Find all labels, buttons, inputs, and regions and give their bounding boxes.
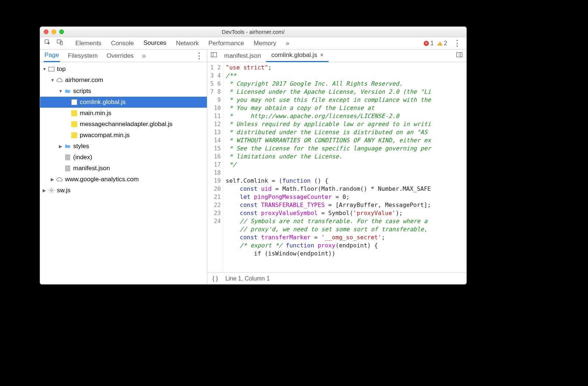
editor-tabs: manifest.json comlink.global.js × xyxy=(207,50,466,62)
tree-label: (index) xyxy=(73,154,92,161)
toggle-debugger-sidebar-icon[interactable] xyxy=(452,51,466,60)
caret-right-icon: ▶ xyxy=(50,177,54,182)
tree-label: messagechanneladapter.global.js xyxy=(80,121,172,128)
js-file-icon xyxy=(71,121,78,128)
close-tab-icon[interactable]: × xyxy=(320,52,323,58)
editor-tab-manifest[interactable]: manifest.json xyxy=(219,50,266,62)
navigator-more[interactable]: » xyxy=(142,51,146,60)
tree-origin-ga[interactable]: ▶ www.google-analytics.com xyxy=(40,174,207,185)
js-file-icon xyxy=(71,132,78,139)
tree-label: pwacompat.min.js xyxy=(80,132,130,139)
code-viewport[interactable]: 1 2 3 4 5 6 7 8 9 10 11 12 13 14 15 16 1… xyxy=(207,62,466,272)
navigator-tab-filesystem[interactable]: Filesystem xyxy=(67,50,98,62)
tab-console[interactable]: Console xyxy=(111,38,134,49)
code-content: "use strict"; /** * Copyright 2017 Googl… xyxy=(223,62,466,272)
error-icon: ✕ xyxy=(424,41,429,46)
cursor-position: Line 1, Column 1 xyxy=(225,275,270,282)
editor-statusbar: { } Line 1, Column 1 xyxy=(207,272,466,284)
tree-label: sw.js xyxy=(57,187,71,194)
warning-icon xyxy=(437,41,442,46)
warning-indicator[interactable]: 2 xyxy=(437,40,447,47)
tree-file-msgchan[interactable]: messagechanneladapter.global.js xyxy=(40,119,207,130)
svg-rect-1 xyxy=(57,40,61,43)
caret-down-icon: ▼ xyxy=(50,78,54,83)
file-tree: ▼ top ▼ airhorner.com ▼ scripts comlink.… xyxy=(40,62,207,284)
error-count: 1 xyxy=(430,40,434,47)
navigator-tab-overrides[interactable]: Overrides xyxy=(106,50,135,62)
editor-tab-comlink[interactable]: comlink.global.js × xyxy=(266,49,329,62)
tree-folder-scripts[interactable]: ▼ scripts xyxy=(40,86,207,97)
tree-top[interactable]: ▼ top xyxy=(40,64,207,75)
tree-file-mainmin[interactable]: main.min.js xyxy=(40,108,207,119)
tree-label: www.google-analytics.com xyxy=(65,176,139,183)
tree-label: styles xyxy=(73,143,89,150)
document-icon xyxy=(64,165,71,172)
more-panels[interactable]: » xyxy=(286,38,289,49)
inspect-icon[interactable] xyxy=(43,39,52,47)
tree-file-pwacompat[interactable]: pwacompat.min.js xyxy=(40,130,207,141)
devtools-window: DevTools - airhorner.com/ Elements Conso… xyxy=(40,26,467,285)
toggle-navigator-icon[interactable] xyxy=(209,51,219,60)
navigator-tabs: Page Filesystem Overrides » ⋮ xyxy=(40,50,207,62)
tree-label: top xyxy=(57,65,66,73)
main-toolbar: Elements Console Sources Network Perform… xyxy=(40,37,466,50)
tab-memory[interactable]: Memory xyxy=(254,38,276,49)
tree-file-comlink[interactable]: comlink.global.js xyxy=(40,97,207,108)
cloud-icon xyxy=(56,77,63,83)
tree-label: manifest.json xyxy=(73,165,110,172)
line-gutter: 1 2 3 4 5 6 7 8 9 10 11 12 13 14 15 16 1… xyxy=(207,62,223,272)
overflow-menu-icon[interactable]: ⋮ xyxy=(451,39,463,48)
editor-tab-label: manifest.json xyxy=(224,52,261,60)
caret-right-icon: ▶ xyxy=(42,188,46,193)
gear-icon xyxy=(48,187,55,194)
editor-tab-label: comlink.global.js xyxy=(271,51,317,59)
svg-point-3 xyxy=(51,190,53,192)
error-indicator[interactable]: ✕ 1 xyxy=(424,40,434,47)
devtools-panel-tabs: Elements Console Sources Network Perform… xyxy=(75,38,289,49)
tab-network[interactable]: Network xyxy=(176,38,199,49)
pretty-print-icon[interactable]: { } xyxy=(212,275,218,282)
tab-sources[interactable]: Sources xyxy=(143,38,166,49)
tree-folder-styles[interactable]: ▶ styles xyxy=(40,141,207,152)
device-toggle-icon[interactable] xyxy=(55,39,64,47)
tree-label: main.min.js xyxy=(80,110,111,117)
caret-down-icon: ▼ xyxy=(58,89,62,94)
warning-count: 2 xyxy=(444,40,447,47)
window-title: DevTools - airhorner.com/ xyxy=(40,29,466,35)
navigator-sidebar: Page Filesystem Overrides » ⋮ ▼ top ▼ ai… xyxy=(40,50,207,284)
tree-origin[interactable]: ▼ airhorner.com xyxy=(40,75,207,86)
tree-file-index[interactable]: (index) xyxy=(40,152,207,163)
tree-sw[interactable]: ▶ sw.js xyxy=(40,185,207,196)
tree-label: scripts xyxy=(73,87,91,95)
navigator-tab-page[interactable]: Page xyxy=(44,49,60,62)
folder-icon xyxy=(64,143,71,150)
document-icon xyxy=(64,154,71,161)
cloud-icon xyxy=(56,176,63,183)
tree-label: airhorner.com xyxy=(65,76,103,84)
tree-file-manifest[interactable]: manifest.json xyxy=(40,163,207,174)
caret-right-icon: ▶ xyxy=(58,144,62,149)
caret-down-icon: ▼ xyxy=(42,67,46,72)
titlebar: DevTools - airhorner.com/ xyxy=(40,27,466,37)
frame-icon xyxy=(48,66,55,72)
svg-rect-4 xyxy=(211,53,217,57)
folder-icon xyxy=(64,88,71,94)
js-file-icon xyxy=(71,99,78,106)
tree-label: comlink.global.js xyxy=(80,99,126,106)
tab-performance[interactable]: Performance xyxy=(208,38,244,49)
tab-elements[interactable]: Elements xyxy=(75,38,101,49)
editor-area: manifest.json comlink.global.js × 1 2 3 … xyxy=(207,50,466,284)
navigator-overflow-icon[interactable]: ⋮ xyxy=(195,51,203,61)
js-file-icon xyxy=(71,110,78,117)
